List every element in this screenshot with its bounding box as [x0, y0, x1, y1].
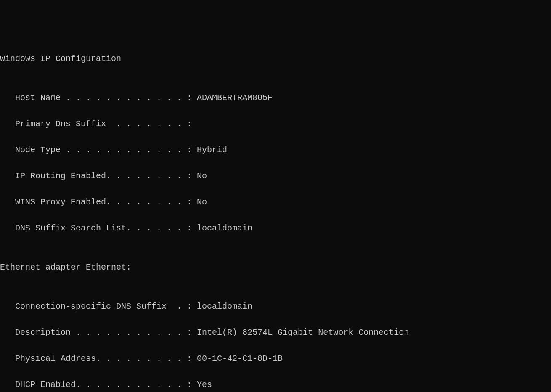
physical-address-value: 00-1C-42-C1-8D-1B — [197, 354, 283, 363]
dns-suffix-list-value: localdomain — [197, 223, 252, 233]
ip-routing-label: IP Routing Enabled. . . . . . . . : — [0, 171, 197, 181]
terminal-output[interactable]: Windows IP Configuration Host Name . . .… — [0, 52, 551, 392]
primary-dns-suffix-label: Primary Dns Suffix . . . . . . . : — [0, 119, 192, 129]
node-type-value: Hybrid — [197, 145, 227, 155]
host-name-value: ADAMBERTRAM805F — [197, 93, 273, 103]
adapter-heading: Ethernet adapter Ethernet: — [0, 261, 551, 274]
description-value: Intel(R) 82574L Gigabit Network Connecti… — [197, 328, 409, 337]
description-label: Description . . . . . . . . . . . : — [0, 328, 197, 337]
dhcp-enabled-value: Yes — [197, 380, 212, 389]
node-type-label: Node Type . . . . . . . . . . . . : — [0, 145, 197, 155]
conn-dns-suffix-value: localdomain — [197, 302, 252, 311]
ipconfig-header: Windows IP Configuration — [0, 52, 551, 65]
ip-routing-value: No — [197, 171, 207, 181]
physical-address-label: Physical Address. . . . . . . . . : — [0, 354, 197, 363]
dhcp-enabled-label: DHCP Enabled. . . . . . . . . . . : — [0, 380, 197, 389]
wins-proxy-label: WINS Proxy Enabled. . . . . . . . : — [0, 197, 197, 207]
dns-suffix-list-label: DNS Suffix Search List. . . . . . : — [0, 223, 197, 233]
conn-dns-suffix-label: Connection-specific DNS Suffix . : — [0, 302, 197, 311]
wins-proxy-value: No — [197, 197, 207, 207]
host-name-label: Host Name . . . . . . . . . . . . : — [0, 93, 197, 103]
